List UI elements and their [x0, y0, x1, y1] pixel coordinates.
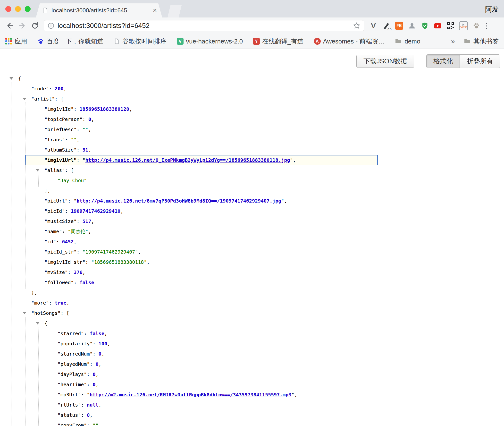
bookmark-label: 谷歌按时间排序	[122, 37, 167, 46]
collapse-toggle-icon[interactable]	[36, 169, 40, 171]
json-token: ,	[88, 127, 91, 132]
json-key: "mp3Url"	[58, 392, 81, 398]
collapse-toggle-icon[interactable]	[9, 77, 13, 80]
json-key: "starredNum"	[58, 351, 93, 357]
json-token: :	[84, 331, 90, 336]
shield-icon[interactable]	[420, 21, 430, 31]
collapse-toggle-icon[interactable]	[23, 312, 26, 314]
download-json-button[interactable]: 下载JSON数据	[356, 55, 414, 68]
json-key: "id"	[44, 239, 56, 245]
json-line: "img1v1Id": 18569651883380120,	[0, 104, 504, 114]
json-token: ,	[99, 361, 101, 367]
vimium-icon[interactable]: V	[369, 21, 378, 31]
json-url-link[interactable]: http://p4.music.126.net/Q_ExePNkmgB2yWyL…	[85, 157, 290, 163]
json-token: :	[56, 239, 62, 245]
json-token: : [	[60, 310, 69, 316]
json-line: "picId_str": "19097417462929407",	[0, 247, 504, 257]
player-icon[interactable]: PLAYER	[459, 21, 468, 31]
fe-icon[interactable]: FE	[394, 21, 404, 31]
json-token: :	[87, 422, 92, 426]
json-line: "hotSongs": [	[0, 308, 504, 318]
format-button[interactable]: 格式化	[427, 55, 460, 68]
url-input[interactable]: localhost:3000/artists?id=6452	[58, 22, 353, 30]
youtube-icon[interactable]	[433, 21, 443, 31]
translate-pen-icon[interactable]: en	[381, 21, 391, 31]
json-token: 19097417462929410	[71, 208, 120, 214]
bookmark-item[interactable]: demo	[395, 38, 420, 45]
bookmarks-overflow-icon[interactable]: »	[451, 37, 455, 45]
json-token: "Jay Chou"	[58, 178, 87, 183]
json-line: "hearTime": 0,	[0, 379, 504, 390]
collapse-toggle-icon[interactable]	[23, 98, 26, 100]
site-info-icon[interactable]	[47, 22, 55, 29]
json-token: 200	[55, 86, 63, 92]
json-line: },	[0, 288, 504, 298]
json-line: "rtUrls": null,	[0, 400, 504, 410]
json-token: {	[44, 320, 47, 326]
bookmark-item[interactable]: 百度一下，你就知道	[37, 37, 103, 46]
page-icon	[114, 38, 120, 44]
json-token: 0	[96, 361, 99, 367]
json-key: "hotSongs"	[31, 310, 60, 316]
back-button[interactable]	[3, 19, 16, 32]
address-bar[interactable]: localhost:3000/artists?id=6452	[44, 20, 364, 31]
json-line: "picId": 19097417462929410,	[0, 206, 504, 216]
reload-button[interactable]	[29, 19, 41, 32]
indent-guide	[38, 327, 39, 426]
json-line: ],	[0, 186, 504, 196]
collapse-toggle-icon[interactable]	[36, 322, 40, 324]
other-bookmarks-folder[interactable]: 其他书签	[464, 37, 499, 46]
bookmark-item[interactable]: Y在线翻译_有道	[253, 37, 303, 46]
paw-icon[interactable]	[471, 21, 481, 31]
bookmark-item[interactable]: AAwesomes - 前端资…	[314, 37, 385, 46]
json-token: : "	[68, 198, 76, 204]
json-key: "name"	[44, 229, 62, 234]
bookmark-star-icon[interactable]	[353, 22, 361, 30]
json-token: "周杰伦"	[68, 229, 88, 234]
json-token: :	[76, 127, 82, 132]
page-content: 下载JSON数据 格式化 折叠所有 {"code": 200,"artist":…	[0, 49, 504, 426]
json-line: "mvSize": 376,	[0, 267, 504, 277]
json-line: "alias": [	[0, 165, 504, 175]
json-url-link[interactable]: http://p4.music.126.net/8mv7qP30Pd3oHW8b…	[76, 198, 281, 204]
json-line: "popularity": 100,	[0, 339, 504, 349]
other-bookmarks-label: 其他书签	[473, 37, 499, 46]
browser-tab[interactable]: localhost:3000/artists?id=645 ×	[36, 3, 162, 17]
json-token: false	[80, 280, 94, 285]
profile-name[interactable]: 阿发	[485, 5, 499, 14]
forward-button[interactable]	[16, 19, 29, 32]
json-token: :	[76, 249, 82, 255]
baidu-paw-icon	[37, 38, 44, 45]
vue-icon: V	[177, 38, 184, 45]
json-token: ""	[93, 422, 99, 426]
json-token: 100	[99, 341, 107, 347]
maximize-window-button[interactable]	[25, 6, 31, 12]
tab-close-icon[interactable]: ×	[153, 7, 157, 14]
json-line: "id": 6452,	[0, 237, 504, 247]
json-token: false	[90, 331, 104, 336]
menu-dots-icon[interactable]: ⋮	[481, 19, 492, 32]
bookmark-label: 百度一下，你就知道	[47, 37, 103, 46]
json-url-link[interactable]: http://m2.music.126.net/RMJR7wDullRqppBk…	[90, 392, 291, 398]
bookmark-item[interactable]: Vvue-hackernews-2.0	[177, 38, 243, 45]
json-key: "musicSize"	[44, 218, 76, 224]
json-key: "alias"	[44, 167, 65, 173]
collapse-all-button[interactable]: 折叠所有	[460, 55, 500, 68]
awesomes-icon: A	[314, 38, 321, 45]
json-token: ,	[99, 402, 101, 408]
minimize-window-button[interactable]	[15, 6, 21, 12]
new-tab-button[interactable]	[168, 5, 182, 17]
json-token: :	[68, 269, 74, 275]
json-token: ""	[71, 137, 76, 143]
json-key: "img1v1Id"	[44, 106, 74, 112]
close-window-button[interactable]	[5, 6, 11, 12]
json-line: {	[0, 73, 504, 84]
person-icon[interactable]	[407, 21, 417, 31]
json-token: ,	[147, 259, 150, 265]
json-token: ,	[99, 422, 101, 426]
bookmark-item[interactable]: 谷歌按时间排序	[114, 37, 167, 46]
qr-icon[interactable]	[446, 21, 455, 31]
apps-grid-icon	[5, 38, 12, 45]
json-line: "more": true,	[0, 298, 504, 308]
bookmark-item[interactable]: 应用	[5, 37, 27, 46]
